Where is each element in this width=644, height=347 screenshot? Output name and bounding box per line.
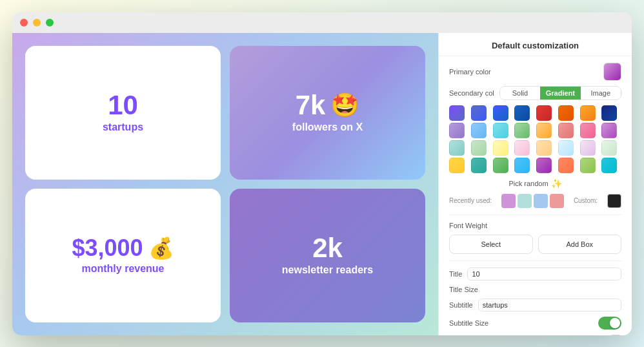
stat-number-startups: 10 [108,92,138,119]
maximize-button[interactable] [46,19,54,26]
color-cell-0[interactable] [449,105,465,121]
color-cell-27[interactable] [514,158,530,173]
panel-body: Primary color Secondary col Solid Gradie… [439,56,632,335]
title-size-label: Title Size [449,286,478,293]
stat-number-revenue: $3,000 [72,237,143,260]
color-cell-22[interactable] [580,140,596,156]
subtitle-size-row: Subtitle Size [449,317,621,330]
color-cell-1[interactable] [471,105,487,121]
primary-color-row: Primary color [449,63,621,81]
pick-random-label: Pick random [508,180,548,187]
recent-cell-1[interactable] [518,194,532,208]
color-cell-30[interactable] [580,158,596,173]
stat-card-newsletter: 2k newsletter readers [230,189,425,322]
color-cell-2[interactable] [493,105,508,121]
color-cell-10[interactable] [493,123,508,138]
subtitle-row: Subtitle [449,299,621,311]
color-cell-15[interactable] [601,123,617,138]
select-button[interactable]: Select [449,235,533,254]
tab-image[interactable]: Image [581,87,621,100]
color-cell-9[interactable] [471,123,487,138]
divider-1 [449,215,621,215]
color-cell-31[interactable] [601,158,617,173]
mode-tabs: Solid Gradient Image [499,86,621,100]
color-cell-3[interactable] [514,105,530,121]
color-cell-11[interactable] [514,123,530,138]
color-cell-16[interactable] [449,140,465,156]
stats-grid: 10 startups 7k 🤩 followers on X $3,000 💰 [25,46,425,322]
stat-card-revenue: $3,000 💰 monthly revenue [25,189,221,322]
color-grid [449,105,621,173]
transparent-bg-row: Transparent background [449,335,621,335]
color-cell-17[interactable] [471,140,487,156]
pick-random-button[interactable]: Pick random ✨ [449,176,621,191]
titlebar [12,12,632,33]
color-cell-13[interactable] [558,123,574,138]
color-cell-7[interactable] [601,105,617,121]
toggle-track [598,317,621,330]
customization-panel: Default customization Primary color Seco… [438,33,632,335]
stat-label-newsletter: newsletter readers [282,264,373,276]
recent-cell-3[interactable] [550,194,564,208]
subtitle-size-label: Subtitle Size [449,319,488,327]
color-cell-14[interactable] [580,123,596,138]
stat-number-followers: 7k [296,92,326,119]
random-icon: ✨ [551,178,562,189]
close-button[interactable] [20,19,28,26]
color-cell-8[interactable] [449,123,465,138]
color-cell-4[interactable] [536,105,552,121]
color-cell-18[interactable] [493,140,508,156]
color-cell-21[interactable] [558,140,574,156]
stat-number-newsletter: 2k [312,235,343,262]
color-cell-26[interactable] [493,158,508,173]
title-row: Title [449,268,621,280]
preview-panel: 10 startups 7k 🤩 followers on X $3,000 💰 [12,33,438,335]
color-cell-20[interactable] [536,140,552,156]
stat-label-revenue: monthly revenue [81,263,164,275]
primary-color-label: Primary color [449,68,491,76]
stat-inline-followers: 7k 🤩 [296,92,360,119]
color-cell-5[interactable] [558,105,574,121]
minimize-button[interactable] [33,19,41,26]
secondary-color-row: Secondary col Solid Gradient Image [449,86,621,100]
color-cell-23[interactable] [601,140,617,156]
secondary-color-label: Secondary col [449,89,494,97]
color-cell-28[interactable] [536,158,552,173]
divider-2 [449,260,621,261]
stat-card-startups: 10 startups [25,46,221,180]
recently-label: Recently used: [449,197,492,204]
color-cell-29[interactable] [558,158,574,173]
stat-label-followers: followers on X [292,121,363,133]
color-cell-19[interactable] [514,140,530,156]
color-cell-6[interactable] [580,105,596,121]
add-box-button[interactable]: Add Box [538,235,622,254]
app-window: 10 startups 7k 🤩 followers on X $3,000 💰 [12,12,632,335]
toggle-thumb [610,318,620,328]
font-weight-row: Font Weight [449,222,621,229]
recent-cell-2[interactable] [534,194,548,208]
title-field-label: Title [449,270,462,278]
title-input[interactable] [467,268,621,280]
color-cell-24[interactable] [449,158,465,173]
tab-solid[interactable]: Solid [500,87,540,100]
subtitle-field-label: Subtitle [449,301,473,309]
stat-card-followers: 7k 🤩 followers on X [230,46,425,180]
custom-color-box[interactable] [607,194,621,208]
subtitle-input[interactable] [478,299,621,311]
font-weight-label: Font Weight [449,222,487,229]
subtitle-size-toggle[interactable] [598,317,621,330]
color-cell-25[interactable] [471,158,487,173]
stat-label-startups: startups [103,121,143,133]
color-grid-section: Pick random ✨ Recently used: Custom: [449,105,621,208]
transparent-bg-checkbox[interactable] [610,335,621,335]
stat-emoji-followers: 🤩 [330,92,359,119]
recently-used-row: Recently used: Custom: [449,194,621,208]
tab-gradient[interactable]: Gradient [540,87,580,100]
panel-title: Default customization [439,33,632,56]
color-cell-12[interactable] [536,123,552,138]
recent-colors [501,194,564,208]
stat-inline-revenue: $3,000 💰 [72,236,174,260]
primary-color-swatch[interactable] [603,63,621,81]
recent-cell-0[interactable] [501,194,516,208]
select-addbox-row: Select Add Box [449,235,621,254]
